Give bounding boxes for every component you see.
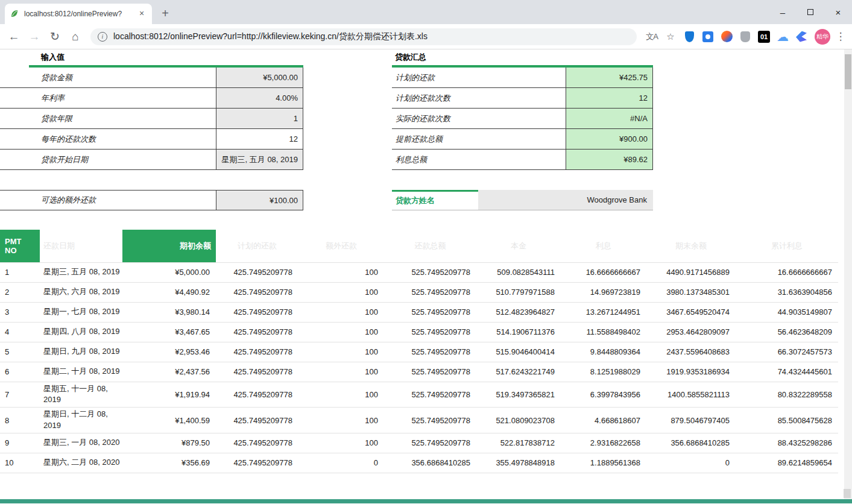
extension-shield-icon[interactable] bbox=[681, 29, 698, 45]
schedule-cell: 100 bbox=[298, 362, 384, 382]
schedule-cell: 425.7495209778 bbox=[216, 433, 298, 453]
home-icon[interactable]: ⌂ bbox=[66, 28, 84, 46]
spreadsheet: 输入值 贷款汇总 贷款金额¥5,000.00年利率4.00%贷款年限1每年的还款… bbox=[0, 49, 844, 503]
schedule-cell: 525.7495209778 bbox=[384, 408, 476, 433]
extension-gray-icon[interactable] bbox=[737, 29, 754, 45]
address-bar[interactable]: i localhost:8012/onlinePreview?url=http:… bbox=[90, 28, 637, 45]
schedule-cell: 7 bbox=[0, 382, 40, 408]
translate-icon[interactable]: 文A bbox=[643, 29, 660, 45]
shield-shape bbox=[685, 31, 694, 42]
new-tab-button[interactable]: + bbox=[157, 5, 174, 22]
profile-avatar[interactable]: 精华 bbox=[815, 29, 830, 45]
amortization-table: PMT NO还款日期期初余额计划的还款额外还款还款总额本金利息期末余额累计利息 … bbox=[0, 230, 838, 473]
schedule-cell: 14.969723819 bbox=[561, 282, 646, 302]
schedule-cell: 1 bbox=[0, 262, 40, 282]
lender-row: 贷款方姓名 Woodgrove Bank bbox=[392, 190, 653, 210]
maximize-icon bbox=[807, 9, 813, 15]
page-info-icon[interactable]: i bbox=[98, 32, 107, 42]
url-text: localhost:8012/onlinePreview?url=http://… bbox=[113, 31, 428, 42]
input-label: 贷款金额 bbox=[0, 68, 216, 87]
schedule-cell: 2.9316822658 bbox=[561, 433, 646, 453]
schedule-cell: ¥2,953.46 bbox=[122, 342, 216, 362]
schedule-cell: 星期五, 十一月 08, 2019 bbox=[40, 382, 122, 408]
schedule-cell: 3467.6549520474 bbox=[646, 302, 736, 322]
schedule-row: 1星期三, 五月 08, 2019¥5,000.00425.7495209778… bbox=[0, 262, 838, 282]
column-header: 期初余额 bbox=[122, 230, 216, 262]
schedule-row: 7星期五, 十一月 08, 2019¥1,919.94425.749520977… bbox=[0, 382, 838, 408]
schedule-cell: 44.9035149807 bbox=[736, 302, 838, 322]
reload-icon[interactable]: ↻ bbox=[46, 28, 64, 46]
schedule-cell: 0 bbox=[646, 453, 736, 473]
summary-title: 贷款汇总 bbox=[395, 52, 426, 63]
schedule-cell: 8 bbox=[0, 408, 40, 433]
round-gradient-shape bbox=[721, 31, 733, 42]
summary-row: 提前还款总额¥900.00 bbox=[392, 129, 653, 150]
minimize-button[interactable]: – bbox=[769, 0, 797, 24]
schedule-cell: 1400.5855821113 bbox=[646, 382, 736, 408]
window-controls: – × bbox=[769, 0, 852, 24]
blue-square-shape bbox=[702, 31, 713, 42]
input-row: 年利率4.00% bbox=[0, 88, 303, 109]
schedule-cell: 74.4324445601 bbox=[736, 362, 838, 382]
schedule-cell: 100 bbox=[298, 302, 384, 322]
schedule-cell: ¥1,919.94 bbox=[122, 382, 216, 408]
schedule-cell: 89.6214859654 bbox=[736, 453, 838, 473]
summary-row: 计划的还款次数12 bbox=[392, 88, 653, 109]
schedule-cell: 525.7495209778 bbox=[384, 322, 476, 342]
extension-cloud-icon[interactable]: ☁ bbox=[774, 29, 791, 45]
schedule-cell: 4.668618607 bbox=[561, 408, 646, 433]
schedule-cell: 星期二, 十月 08, 2019 bbox=[40, 362, 122, 382]
extra-payment-value: ¥100.00 bbox=[216, 191, 303, 210]
schedule-cell: 100 bbox=[298, 408, 384, 433]
summary-rows: 计划的还款¥425.75计划的还款次数12实际的还款次数#N/A提前还款总额¥9… bbox=[392, 68, 653, 170]
back-icon[interactable]: ← bbox=[5, 28, 23, 46]
schedule-cell: 519.3497365821 bbox=[476, 382, 561, 408]
maximize-button[interactable] bbox=[797, 0, 824, 24]
schedule-cell: 星期三, 一月 08, 2020 bbox=[40, 433, 122, 453]
schedule-cell: 517.6243221749 bbox=[476, 362, 561, 382]
schedule-cell: 525.7495209778 bbox=[384, 362, 476, 382]
column-header: 还款日期 bbox=[40, 230, 122, 262]
column-header: 利息 bbox=[561, 230, 646, 262]
extension-translate-icon[interactable] bbox=[699, 29, 716, 45]
column-header: 计划的还款 bbox=[216, 230, 298, 262]
schedule-cell: ¥3,980.14 bbox=[122, 302, 216, 322]
scrollbar-thumb[interactable] bbox=[845, 54, 851, 89]
summary-value: ¥425.75 bbox=[566, 68, 653, 87]
schedule-cell: 425.7495209778 bbox=[216, 453, 298, 473]
extension-01-icon[interactable]: 01 bbox=[756, 29, 772, 45]
input-label: 年利率 bbox=[0, 88, 216, 108]
browser-window: localhost:8012/onlinePreview? × + – × ← … bbox=[0, 0, 852, 504]
input-row: 贷款年限1 bbox=[0, 109, 303, 129]
column-header: 还款总额 bbox=[384, 230, 476, 262]
browser-tab[interactable]: localhost:8012/onlinePreview? × bbox=[5, 4, 152, 24]
schedule-row: 3星期一, 七月 08, 2019¥3,980.14425.7495209778… bbox=[0, 302, 838, 322]
input-label: 贷款开始日期 bbox=[0, 150, 216, 169]
summary-row: 实际的还款次数#N/A bbox=[392, 109, 653, 129]
schedule-cell: ¥879.50 bbox=[122, 433, 216, 453]
input-label: 每年的还款次数 bbox=[0, 129, 216, 149]
summary-value: #N/A bbox=[566, 109, 653, 128]
schedule-cell: 5 bbox=[0, 342, 40, 362]
kkfileview-favicon-icon bbox=[10, 9, 19, 19]
extension-butterfly-icon[interactable] bbox=[793, 29, 810, 45]
tab-close-icon[interactable]: × bbox=[136, 8, 147, 19]
summary-label: 利息总额 bbox=[392, 150, 566, 169]
browser-menu-icon[interactable]: ⋮ bbox=[833, 30, 848, 43]
close-button[interactable]: × bbox=[824, 0, 852, 24]
schedule-cell: 425.7495209778 bbox=[216, 362, 298, 382]
bookmark-star-icon[interactable]: ☆ bbox=[662, 29, 679, 45]
schedule-cell: ¥5,000.00 bbox=[122, 262, 216, 282]
schedule-cell: 8.1251988029 bbox=[561, 362, 646, 382]
extension-browser-icon[interactable] bbox=[718, 29, 735, 45]
schedule-cell: 525.7495209778 bbox=[384, 302, 476, 322]
schedule-cell: ¥2,437.56 bbox=[122, 362, 216, 382]
summary-label: 提前还款总额 bbox=[392, 129, 566, 149]
scrollbar-corner[interactable] bbox=[844, 489, 851, 498]
column-header: 累计利息 bbox=[736, 230, 838, 262]
vertical-scrollbar[interactable] bbox=[844, 49, 852, 499]
inputs-title: 输入值 bbox=[41, 52, 65, 63]
input-row: 贷款开始日期星期三, 五月 08, 2019 bbox=[0, 150, 303, 170]
schedule-cell: 3980.1373485301 bbox=[646, 282, 736, 302]
schedule-cell: 2953.4642809097 bbox=[646, 322, 736, 342]
